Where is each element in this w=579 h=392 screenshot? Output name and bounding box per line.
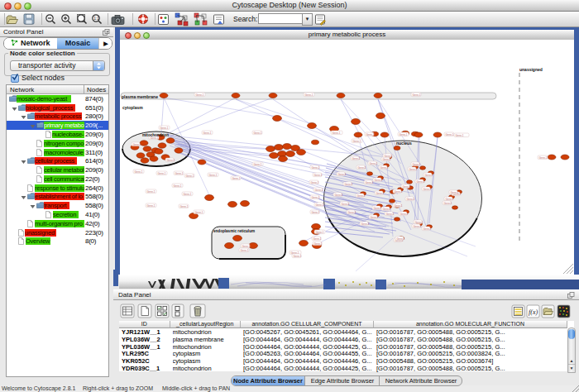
svg-text:plasma membrane: plasma membrane <box>122 94 158 99</box>
svg-text:Gene-1: Gene-1 <box>386 213 395 216</box>
svg-text:Gene-1: Gene-1 <box>175 172 184 175</box>
svg-text:Gene-1: Gene-1 <box>232 177 241 180</box>
svg-text:Gene-1: Gene-1 <box>313 237 322 241</box>
svg-text:Gene-1: Gene-1 <box>316 231 324 234</box>
svg-text:Gene-1: Gene-1 <box>312 166 320 170</box>
svg-text:Gene-1: Gene-1 <box>184 193 192 196</box>
svg-text:Gene-1: Gene-1 <box>342 203 350 206</box>
svg-text:Gene-1: Gene-1 <box>400 133 408 136</box>
svg-text:Gene-1: Gene-1 <box>167 159 175 162</box>
svg-text:Gene-1: Gene-1 <box>316 203 324 207</box>
svg-text:Gene-1: Gene-1 <box>539 156 548 160</box>
svg-text:Gene-1: Gene-1 <box>254 163 262 166</box>
svg-text:Gene-1: Gene-1 <box>352 157 361 160</box>
svg-text:Gene-1: Gene-1 <box>366 133 375 136</box>
svg-text:Gene-1: Gene-1 <box>383 208 391 211</box>
svg-text:Gene-1: Gene-1 <box>209 174 218 177</box>
svg-text:Gene-1: Gene-1 <box>376 192 385 195</box>
svg-text:cytoplasm: cytoplasm <box>122 105 143 110</box>
svg-text:Gene-1: Gene-1 <box>413 93 421 97</box>
svg-text:Gene-1: Gene-1 <box>195 211 203 214</box>
svg-text:Gene-1: Gene-1 <box>338 173 347 176</box>
svg-text:Gene-1: Gene-1 <box>333 131 341 135</box>
svg-text:Gene-1: Gene-1 <box>374 207 382 210</box>
svg-text:Gene-1: Gene-1 <box>370 162 378 165</box>
svg-text:Gene-1: Gene-1 <box>353 140 361 143</box>
svg-text:Gene-1: Gene-1 <box>335 194 343 197</box>
svg-text:Gene-1: Gene-1 <box>423 227 432 231</box>
svg-text:Gene-1: Gene-1 <box>147 190 156 194</box>
svg-text:Gene-1: Gene-1 <box>186 174 194 178</box>
svg-text:endoplasmic reticulum: endoplasmic reticulum <box>213 229 255 233</box>
svg-text:Gene-1: Gene-1 <box>314 242 323 246</box>
svg-text:Gene-1: Gene-1 <box>444 202 452 205</box>
svg-text:Gene-1: Gene-1 <box>358 166 366 170</box>
svg-text:Gene-1: Gene-1 <box>380 166 389 170</box>
svg-text:Gene-1: Gene-1 <box>414 225 422 228</box>
svg-text:Gene-1: Gene-1 <box>446 198 454 201</box>
svg-text:Gene-1: Gene-1 <box>147 204 156 208</box>
svg-text:Gene-1: Gene-1 <box>395 190 403 194</box>
svg-text:Gene-1: Gene-1 <box>413 163 421 166</box>
svg-text:Gene-1: Gene-1 <box>403 185 411 189</box>
svg-text:nucleus: nucleus <box>396 141 412 146</box>
svg-text:Gene-1: Gene-1 <box>395 204 403 208</box>
svg-text:Gene-1: Gene-1 <box>446 133 454 136</box>
svg-text:Gene-1: Gene-1 <box>254 131 262 135</box>
svg-text:Gene-1: Gene-1 <box>305 93 313 97</box>
svg-text:Gene-1: Gene-1 <box>174 184 182 188</box>
svg-text:Gene-1: Gene-1 <box>397 237 405 241</box>
svg-text:Gene-1: Gene-1 <box>415 221 423 224</box>
svg-text:Gene-1: Gene-1 <box>133 143 141 146</box>
svg-text:Gene-1: Gene-1 <box>315 189 323 192</box>
svg-text:Gene-1: Gene-1 <box>158 172 166 175</box>
svg-text:unassigned: unassigned <box>519 67 543 72</box>
svg-text:Gene-1: Gene-1 <box>456 134 464 137</box>
svg-text:Gene-1: Gene-1 <box>417 180 425 184</box>
svg-text:Gene-1: Gene-1 <box>180 205 189 208</box>
svg-text:Gene-1: Gene-1 <box>371 216 379 219</box>
svg-text:Gene-1: Gene-1 <box>135 170 143 174</box>
svg-text:Gene-1: Gene-1 <box>366 181 374 184</box>
svg-text:Gene-1: Gene-1 <box>241 249 249 252</box>
svg-text:Gene-1: Gene-1 <box>423 188 432 191</box>
svg-text:Gene-1: Gene-1 <box>203 131 212 135</box>
svg-text:Gene-1: Gene-1 <box>383 158 391 161</box>
svg-text:Gene-1: Gene-1 <box>196 93 204 97</box>
svg-text:Gene-1: Gene-1 <box>345 183 353 186</box>
svg-text:Gene-1: Gene-1 <box>160 127 169 130</box>
svg-text:Gene-1: Gene-1 <box>314 174 323 177</box>
svg-text:Gene-1: Gene-1 <box>407 198 415 201</box>
svg-text:Gene-1: Gene-1 <box>375 179 383 182</box>
svg-text:Gene-1: Gene-1 <box>451 191 459 194</box>
svg-text:Gene-1: Gene-1 <box>425 174 433 177</box>
svg-text:mitochondrion: mitochondrion <box>142 133 169 137</box>
svg-text:Gene-1: Gene-1 <box>294 255 302 258</box>
svg-text:Gene-1: Gene-1 <box>400 213 409 216</box>
svg-text:1:1: 1:1 <box>93 16 99 21</box>
svg-text:Gene-1: Gene-1 <box>311 181 319 184</box>
svg-text:Gene-1: Gene-1 <box>357 194 366 198</box>
svg-text:Gene-1: Gene-1 <box>361 222 370 226</box>
svg-text:Gene-1: Gene-1 <box>312 196 320 199</box>
svg-text:Gene-1: Gene-1 <box>385 155 393 158</box>
svg-text:Gene-1: Gene-1 <box>348 211 356 214</box>
svg-text:Gene-1: Gene-1 <box>312 211 320 214</box>
svg-text:Gene-1: Gene-1 <box>409 168 418 171</box>
svg-text:Gene-1: Gene-1 <box>242 245 251 248</box>
svg-text:f(x): f(x) <box>529 308 538 316</box>
